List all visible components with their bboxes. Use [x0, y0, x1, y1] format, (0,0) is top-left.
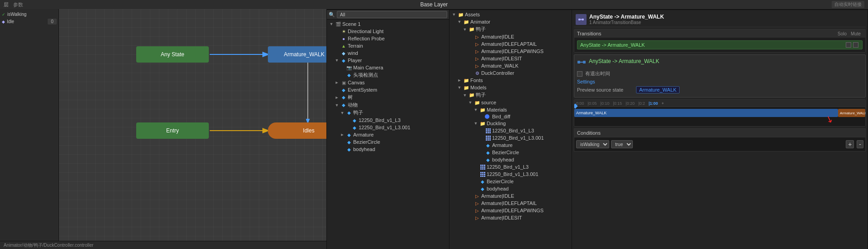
bodyhead-icon: ◆ [346, 146, 352, 152]
project-item-models[interactable]: ▼ 📁 Models [449, 84, 572, 91]
transition-item-row[interactable]: AnyState -> Armature_WALK [577, 40, 863, 49]
folder-icon: 📁 [469, 92, 475, 98]
param-idle-value[interactable]: 0 [48, 19, 57, 24]
tree-item-terrain[interactable]: ▲ Terrain [327, 42, 449, 49]
tree-item-bezier[interactable]: ◆ BezierCircle [327, 138, 449, 146]
anim-icon: ▷ [474, 41, 480, 47]
project-item-bezier-root[interactable]: ◆ BezierCircle [449, 178, 572, 185]
transitions-list: AnyState -> Armature_WALK [574, 38, 865, 52]
project-item-materials[interactable]: ▼ 📁 Materials [449, 106, 572, 113]
solo-checkbox[interactable] [846, 42, 851, 48]
expand-icon: ▼ [462, 27, 468, 32]
tree-item-duck[interactable]: ▼ ◆ 鸭子 [327, 109, 449, 117]
material-icon [485, 114, 489, 119]
time-mark-0: 0:00 [576, 101, 584, 106]
project-item-source[interactable]: ▼ 📁 source [449, 99, 572, 106]
project-item-duckmodel[interactable]: ▼ 📁 鸭子 [449, 91, 572, 99]
condition-param-select[interactable]: isWalking [576, 140, 609, 148]
conditions-section: Conditions isWalking true + - [574, 128, 866, 151]
project-item-animsit2[interactable]: ▷ Armature|IDLESIT [449, 214, 572, 221]
project-label-bodyhead-m: bodyhead [492, 157, 514, 162]
tree-item-armature[interactable]: ► ◆ Armature [327, 131, 449, 138]
project-item-bodyhead-root[interactable]: ◆ bodyhead [449, 185, 572, 192]
timeline-block-secondary[interactable]: Armature_WALK [838, 109, 865, 117]
project-item-rootmesh2[interactable]: 12250_Bird_v1_L3.001 [449, 171, 572, 178]
project-item-birddiff[interactable]: Bird_diff [449, 113, 572, 120]
project-item-bezier-m[interactable]: ◆ BezierCircle [449, 149, 572, 156]
tree-item-canvas[interactable]: ► ▣ Canvas [327, 79, 449, 86]
time-add-btn[interactable]: + [661, 101, 664, 106]
param-iswalking-name[interactable]: isWalking [7, 12, 57, 17]
project-item-rootmesh1[interactable]: 12250_Bird_v1_L3 [449, 163, 572, 171]
armature-walk-node[interactable]: Armature_WALK [268, 46, 326, 63]
project-label-duckmesh1: 12250_Bird_v1_L3 [492, 128, 534, 133]
preview-source-value[interactable]: Armature_WALK [636, 86, 680, 93]
time-mark-6: |1:00 [649, 101, 658, 106]
param-idle-name[interactable]: Idle [7, 19, 46, 24]
project-item-animwalk[interactable]: ▷ Armature_WALK [449, 62, 572, 69]
condition-add-btn[interactable]: + [846, 140, 854, 148]
tree-item-maincamera[interactable]: 📷 Main Camera [327, 64, 449, 71]
timeline-block-main[interactable]: Armature_WALK [574, 109, 838, 117]
param-iswalking-icon: ✓ [2, 12, 5, 17]
project-item-animflap[interactable]: ▷ Armature|IDLEFLAPTAIL [449, 40, 572, 48]
project-label-animidle: Armature|IDLE [481, 34, 514, 39]
project-item-animwings2[interactable]: ▷ Armature|IDLEFLAPWINGS [449, 207, 572, 214]
transitions-section-header[interactable]: Transitions Solo Mute [574, 29, 865, 38]
tree-item-bodyhead[interactable]: ◆ bodyhead [327, 146, 449, 153]
mute-checkbox[interactable] [853, 42, 858, 48]
project-item-animflap2[interactable]: ▷ Armature|IDLEFLAPTAIL [449, 200, 572, 207]
entry-node[interactable]: Entry [136, 122, 209, 139]
any-state-node[interactable]: Any State [136, 46, 209, 63]
project-item-duckanim[interactable]: ▼ 📁 鸭子 [449, 25, 572, 33]
tree-item-scene1[interactable]: ▼ 🎬 Scene 1 [327, 20, 449, 28]
camera-icon: 📷 [346, 64, 352, 71]
folder-icon: 📁 [458, 11, 464, 18]
params-tab[interactable]: 参数 [13, 1, 23, 8]
tree-item-bird1[interactable]: ◆ 12250_Bird_v1_L3 [327, 117, 449, 124]
tree-item-tree[interactable]: ► ◆ 树 [327, 93, 449, 101]
state-machine-canvas[interactable]: Any State Armature_WALK Entry Idles [59, 9, 326, 241]
timeline-block2-label: Armature_WALK [840, 111, 866, 115]
project-item-assets[interactable]: ▼ 📁 Assets [449, 11, 572, 18]
project-item-animsit[interactable]: ▷ Armature|IDLESIT [449, 55, 572, 62]
has-exit-time-checkbox[interactable] [577, 71, 582, 77]
tree-item-player[interactable]: ▼ ◆ Player [327, 57, 449, 64]
project-item-animidle2[interactable]: ▷ Armature|IDLE [449, 192, 572, 200]
hierarchy-search-input[interactable] [337, 11, 447, 18]
tree-label-bird2: 12250_Bird_v1_L3.001 [359, 125, 410, 130]
project-label-source: source [481, 100, 496, 105]
tree-item-bird2[interactable]: ◆ 12250_Bird_v1_L3.001 [327, 124, 449, 131]
project-item-bodyhead-m[interactable]: ◆ bodyhead [449, 156, 572, 163]
project-item-animator[interactable]: ▼ 📁 Animator [449, 18, 572, 25]
go-icon: ◆ [479, 186, 486, 192]
project-item-fonts[interactable]: ► 📁 Fonts [449, 77, 572, 84]
condition-remove-btn[interactable]: - [857, 140, 863, 148]
project-label-animflap2: Armature|IDLEFLAPTAIL [481, 200, 537, 206]
tree-item-dirlight[interactable]: ☀ Directional Light [327, 28, 449, 35]
project-item-duckmesh1[interactable]: 12250_Bird_v1_L3 [449, 127, 572, 134]
settings-label[interactable]: Settings [577, 79, 595, 84]
project-item-duckctrl[interactable]: ⚙ DuckController [449, 69, 572, 77]
tree-item-animal[interactable]: ▼ ◆ 动物 [327, 101, 449, 109]
project-label-materials: Materials [487, 107, 507, 112]
armature-icon: ◆ [346, 132, 352, 138]
tree-item-eventsystem[interactable]: ◆ EventSystem [327, 86, 449, 93]
tree-item-reflprobe[interactable]: ● Reflection Probe [327, 35, 449, 42]
project-item-duckling[interactable]: ▼ 📁 Duckling [449, 120, 572, 127]
expand-icon: ▼ [468, 100, 473, 105]
tree-item-wind[interactable]: ◆ wind [327, 49, 449, 57]
project-item-animidle[interactable]: ▷ Armature|IDLE [449, 33, 572, 40]
condition-value-select[interactable]: true [611, 140, 633, 148]
layers-tab[interactable]: 层 [4, 1, 9, 8]
project-item-armature-m[interactable]: ◆ Armature [449, 142, 572, 149]
tree-label-bezier: BezierCircle [353, 139, 380, 145]
timeline-track: Armature_WALK Armature_WALK [574, 109, 865, 118]
tree-item-headcheck[interactable]: ◆ 头项检测点 [327, 71, 449, 79]
wind-icon: ◆ [340, 50, 347, 56]
idles-node[interactable]: Idles [268, 122, 326, 139]
project-label-bezier-m: BezierCircle [492, 150, 519, 155]
project-item-duckmesh2[interactable]: 12250_Bird_v1_L3.001 [449, 134, 572, 142]
project-item-animwings[interactable]: ▷ Armature|IDLEFLAPWINGS [449, 48, 572, 55]
project-label-bezier-root: BezierCircle [487, 179, 513, 184]
